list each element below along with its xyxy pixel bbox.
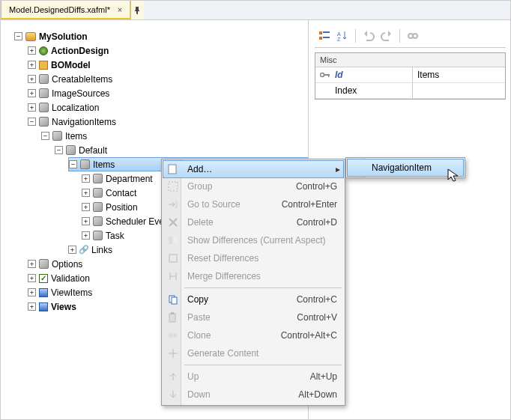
expand-icon[interactable]: + — [82, 174, 90, 183]
property-grid[interactable]: Misc Id Items Index — [315, 52, 506, 100]
menu-mergediff[interactable]: Merge Differences — [163, 267, 343, 285]
tab-active[interactable]: Model.DesignedDiffs.xafml* × — [1, 1, 130, 19]
expand-icon[interactable]: − — [41, 132, 49, 140]
tree-item-localization[interactable]: +Localization — [28, 100, 305, 115]
tree-item-navigationitems[interactable]: −NavigationItems — [28, 115, 305, 129]
tree-item-bomodel[interactable]: +BOModel — [28, 58, 305, 72]
svg-text:Z: Z — [337, 37, 341, 42]
svg-rect-3 — [323, 37, 330, 38]
cube-icon — [39, 117, 49, 127]
property-value-index[interactable] — [413, 83, 505, 98]
tree-item-actiondesign[interactable]: +ActionDesign — [28, 43, 305, 58]
tree-item-default[interactable]: −Default — [55, 143, 305, 157]
expand-icon[interactable]: + — [82, 203, 90, 211]
expand-icon[interactable]: + — [82, 231, 90, 240]
tree-label: Items — [93, 159, 115, 170]
tree-label: ActionDesign — [51, 46, 109, 56]
menu-showdiff[interactable]: Show Differences (Current Aspect) — [163, 231, 343, 249]
expand-icon[interactable]: + — [28, 260, 36, 268]
tree-label: ImageSources — [52, 88, 109, 99]
expand-icon[interactable]: + — [28, 103, 36, 112]
expand-icon[interactable]: + — [82, 217, 90, 225]
menu-copy[interactable]: Copy Control+C — [163, 290, 343, 308]
expand-icon[interactable]: + — [28, 288, 36, 296]
tree-label: Validation — [51, 273, 90, 284]
property-row-id[interactable]: Id Items — [315, 67, 505, 83]
tree-root[interactable]: − MySolution — [14, 29, 305, 43]
svg-rect-13 — [175, 201, 178, 208]
menu-label: Clone — [183, 330, 281, 341]
diff-icon — [163, 234, 183, 246]
goto-icon — [163, 198, 183, 210]
submenu-navigationitem[interactable]: NavigationItem — [347, 159, 464, 177]
property-category[interactable]: Misc — [315, 53, 505, 67]
menu-separator — [184, 287, 342, 288]
cube-icon — [39, 74, 49, 84]
svg-rect-19 — [169, 314, 175, 322]
expand-icon[interactable]: + — [28, 89, 36, 97]
menu-paste[interactable]: Paste Control+V — [163, 308, 343, 326]
tree-label: Scheduler Eve — [106, 216, 164, 227]
menu-shortcut: Control+V — [297, 312, 343, 323]
menu-label: Down — [183, 389, 298, 400]
menu-up[interactable]: Up Alt+Up — [163, 368, 343, 386]
boxes-icon — [39, 61, 48, 70]
alphabetical-button[interactable]: AZ — [334, 28, 351, 44]
expand-icon[interactable]: − — [69, 160, 77, 168]
expand-icon[interactable]: + — [28, 75, 36, 83]
menu-clone[interactable]: Clone Control+Alt+C — [163, 326, 343, 344]
property-label: Index — [335, 85, 357, 96]
pin-button[interactable] — [130, 1, 144, 19]
menu-down[interactable]: Down Alt+Down — [163, 386, 343, 404]
cube-icon — [93, 174, 103, 183]
expand-icon[interactable]: − — [28, 118, 36, 126]
svg-rect-20 — [171, 312, 174, 314]
cursor-icon — [447, 168, 461, 184]
delete-icon — [163, 216, 183, 228]
menu-group[interactable]: Group Control+G — [163, 177, 343, 195]
redo-button[interactable] — [378, 28, 395, 44]
menu-generate[interactable]: Generate Content — [163, 344, 343, 362]
expand-icon[interactable]: + — [82, 189, 90, 197]
expand-icon[interactable]: + — [28, 274, 36, 282]
down-icon — [163, 389, 183, 401]
menu-shortcut: Alt+Up — [310, 371, 343, 382]
svg-rect-0 — [319, 31, 322, 34]
tree-item-imagesources[interactable]: +ImageSources — [28, 86, 305, 100]
tree-label: BOModel — [51, 60, 91, 70]
close-icon[interactable]: × — [115, 5, 125, 14]
cube-icon — [93, 216, 103, 226]
menu-label: Copy — [183, 294, 297, 305]
menu-label: Up — [183, 371, 310, 382]
categorized-button[interactable] — [316, 28, 333, 44]
tree-label: ViewItems — [51, 287, 92, 298]
property-value-id[interactable]: Items — [413, 67, 505, 82]
menu-delete[interactable]: Delete Control+D — [163, 213, 343, 231]
links-button[interactable] — [405, 28, 421, 44]
cube-icon — [66, 145, 76, 155]
undo-button[interactable] — [360, 28, 377, 44]
tree-item-creatableitems[interactable]: +CreatableItems — [28, 72, 305, 86]
tree-item-items[interactable]: −Items — [41, 129, 305, 143]
expand-icon[interactable]: + — [68, 246, 76, 254]
expand-icon[interactable]: + — [28, 302, 36, 311]
cube-icon — [39, 103, 49, 112]
menu-add[interactable]: Add… ▸ — [163, 160, 344, 178]
link-icon — [79, 246, 88, 255]
expand-icon[interactable]: − — [14, 32, 22, 40]
cube-icon — [93, 231, 103, 240]
expand-icon[interactable]: − — [55, 146, 63, 154]
expand-icon[interactable]: + — [28, 46, 36, 55]
property-toolbar: AZ — [315, 25, 506, 48]
svg-text:A: A — [337, 31, 341, 37]
expand-icon[interactable]: + — [28, 61, 36, 69]
menu-resetdiff[interactable]: Reset Differences — [163, 249, 343, 267]
property-row-index[interactable]: Index — [315, 83, 505, 99]
menu-label: Reset Differences — [183, 253, 343, 264]
menu-gotosource[interactable]: Go to Source Control+Enter — [163, 195, 343, 213]
separator — [355, 29, 356, 43]
svg-rect-15 — [174, 237, 178, 244]
tree-label: Default — [79, 145, 107, 156]
tab-bar: Model.DesignedDiffs.xafml* × — [1, 1, 510, 20]
svg-rect-18 — [172, 297, 177, 304]
